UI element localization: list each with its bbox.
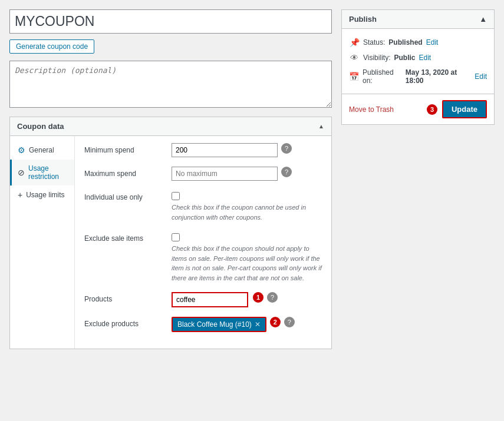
publish-status-row: 📌 Status: Published Edit (349, 35, 487, 50)
publish-collapse-icon[interactable]: ▲ (479, 15, 487, 24)
visibility-edit-link[interactable]: Edit (419, 54, 431, 62)
products-input[interactable] (172, 292, 248, 307)
individual-use-row: Individual use only Check this box if th… (84, 190, 322, 222)
usage-restriction-tab-icon: ⊘ (18, 168, 25, 177)
description-section (9, 61, 332, 110)
exclude-products-row: Exclude products Black Coffee Mug (#10) … (84, 317, 322, 332)
minimum-spend-input[interactable] (172, 143, 278, 157)
published-on-edit-link[interactable]: Edit (475, 72, 487, 81)
tab-general[interactable]: ⚙ General (10, 141, 74, 160)
description-textarea[interactable] (9, 61, 332, 108)
exclude-products-tag-label: Black Coffee Mug (#10) (177, 320, 252, 329)
tab-usage-limits[interactable]: + Usage limits (10, 185, 74, 204)
exclude-sale-checkbox[interactable] (172, 233, 180, 241)
general-tab-icon: ⚙ (18, 145, 25, 155)
status-value: Published (388, 38, 422, 47)
minimum-spend-label: Minimum spend (84, 143, 167, 154)
products-label: Products (84, 292, 167, 303)
collapse-icon[interactable]: ▲ (318, 123, 324, 130)
individual-use-label: Individual use only (84, 190, 167, 201)
products-control: 1 ? (172, 292, 322, 307)
coupon-tabs-sidebar: ⚙ General ⊘ Usage restriction + Usage li… (10, 136, 75, 349)
usage-limits-tab-icon: + (18, 190, 22, 200)
coupon-data-title: Coupon data (17, 122, 64, 131)
annotation-1-badge: 1 (253, 292, 263, 303)
exclude-sale-control: Check this box if the coupon should not … (172, 231, 322, 283)
maximum-spend-label: Maximum spend (84, 167, 167, 178)
exclude-products-help: ? (284, 317, 295, 327)
generate-coupon-button[interactable]: Generate coupon code (9, 39, 94, 54)
maximum-spend-input[interactable] (172, 167, 278, 181)
coupon-title-input[interactable] (9, 9, 332, 34)
published-on-value: May 13, 2020 at 18:00 (406, 68, 472, 85)
maximum-spend-control: ? (172, 167, 322, 181)
publish-body: 📌 Status: Published Edit 👁 Visibility: P… (342, 29, 494, 94)
individual-use-description: Check this box if the coupon cannot be u… (172, 203, 322, 222)
exclude-sale-description: Check this box if the coupon should not … (172, 244, 322, 283)
annotation-2-badge: 2 (270, 317, 281, 327)
publish-visibility-row: 👁 Visibility: Public Edit (349, 50, 487, 65)
status-icon: 📌 (349, 38, 360, 47)
visibility-icon: 👁 (349, 53, 360, 62)
products-help: ? (267, 292, 278, 303)
publish-panel-header[interactable]: Publish ▲ (342, 10, 494, 29)
minimum-spend-help: ? (281, 143, 292, 154)
visibility-value: Public (394, 54, 415, 62)
published-on-label: Published on: (363, 68, 402, 85)
tab-content-area: Minimum spend ? Maximum spend ? (75, 136, 331, 349)
coupon-data-panel-header[interactable]: Coupon data ▲ (10, 117, 331, 136)
visibility-label: Visibility: (363, 54, 390, 62)
tag-remove-icon[interactable]: ✕ (255, 320, 261, 329)
exclude-sale-label: Exclude sale items (84, 231, 167, 243)
minimum-spend-row: Minimum spend ? (84, 143, 322, 157)
exclude-sale-items-row: Exclude sale items Check this box if the… (84, 231, 322, 283)
minimum-spend-control: ? (172, 143, 322, 157)
tab-usage-restriction[interactable]: ⊘ Usage restriction (10, 160, 74, 185)
coupon-data-panel: Coupon data ▲ ⚙ General ⊘ Usage restrict… (9, 117, 332, 349)
tab-usage-limits-label: Usage limits (26, 191, 64, 199)
maximum-spend-help: ? (281, 167, 292, 177)
individual-use-checkbox[interactable] (172, 192, 180, 200)
move-to-trash-link[interactable]: Move to Trash (349, 105, 394, 114)
status-label: Status: (363, 38, 385, 47)
products-row: Products 1 ? (84, 292, 322, 307)
exclude-products-control: Black Coffee Mug (#10) ✕ 2 ? (172, 317, 322, 332)
tab-usage-restriction-label: Usage restriction (28, 164, 68, 181)
coupon-title-section: Generate coupon code (9, 9, 332, 54)
tab-general-label: General (29, 146, 54, 154)
status-edit-link[interactable]: Edit (426, 38, 439, 47)
calendar-icon: 📅 (349, 72, 359, 81)
publish-title: Publish (349, 15, 377, 24)
exclude-products-label: Exclude products (84, 317, 167, 328)
maximum-spend-row: Maximum spend ? (84, 167, 322, 181)
exclude-products-tag[interactable]: Black Coffee Mug (#10) ✕ (172, 317, 266, 332)
publish-panel: Publish ▲ 📌 Status: Published Edit 👁 Vis… (341, 9, 495, 125)
publish-date-row: 📅 Published on: May 13, 2020 at 18:00 Ed… (349, 65, 487, 88)
update-wrap: 3 Update (427, 100, 487, 118)
individual-use-control: Check this box if the coupon cannot be u… (172, 190, 322, 222)
update-button[interactable]: Update (442, 100, 487, 118)
annotation-3-badge: 3 (427, 104, 437, 115)
publish-footer: Move to Trash 3 Update (342, 94, 494, 124)
